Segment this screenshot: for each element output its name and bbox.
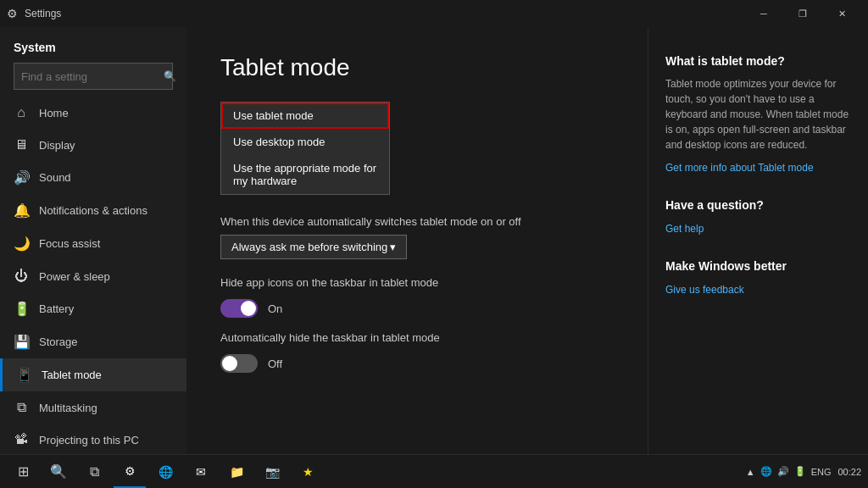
volume-icon: 🔊 [777, 466, 789, 477]
sidebar-item-focus[interactable]: 🌙 Focus assist [0, 227, 186, 260]
feedback-link[interactable]: Give us feedback [665, 284, 744, 296]
sidebar-item-label: Notifications & actions [39, 204, 147, 217]
taskbar-right: ▲ 🌐 🔊 🔋 ENG 00:22 [746, 466, 861, 477]
task-view-button[interactable]: ⧉ [78, 456, 110, 488]
network-icon: 🌐 [760, 466, 772, 477]
auto-hide-state: Off [268, 358, 282, 370]
better-title: Make Windows better [665, 259, 851, 273]
right-panel: What is tablet mode? Tablet mode optimiz… [648, 27, 868, 454]
sidebar-item-label: Power & sleep [39, 270, 110, 283]
hide-icons-section: Hide app icons on the taskbar in tablet … [220, 276, 614, 318]
taskbar-left: ⊞ 🔍 ⧉ ⚙ 🌐 ✉ 📁 📷 ★ [7, 456, 324, 488]
sidebar-items: ⌂ Home 🖥 Display 🔊 Sound 🔔 Notifications… [0, 97, 186, 454]
notifications-icon: 🔔 [14, 202, 29, 219]
taskbar-app-explorer[interactable]: 📁 [220, 456, 253, 488]
titlebar-controls: ─ ❐ ✕ [744, 0, 861, 27]
sidebar-item-notifications[interactable]: 🔔 Notifications & actions [0, 194, 186, 227]
hide-icons-label: Hide app icons on the taskbar in tablet … [220, 276, 614, 289]
page-title: Tablet mode [220, 54, 614, 81]
hide-icons-state: On [268, 302, 282, 315]
have-question-section: Have a question? Get help [665, 198, 851, 236]
auto-hide-toggle[interactable] [220, 354, 258, 373]
sidebar: System 🔍 ⌂ Home 🖥 Display 🔊 Sound [0, 27, 186, 454]
what-link[interactable]: Get more info about Tablet mode [665, 162, 814, 174]
auto-switch-value: Always ask me before switching [231, 241, 387, 253]
projecting-icon: 📽 [14, 432, 29, 447]
settings-icon: ⚙ [7, 7, 18, 20]
search-button[interactable]: 🔍 [42, 456, 75, 488]
sidebar-item-home[interactable]: ⌂ Home [0, 97, 186, 129]
option-use-desktop-mode[interactable]: Use desktop mode [221, 129, 389, 155]
sidebar-header: System 🔍 [0, 27, 186, 97]
auto-switch-dropdown[interactable]: Always ask me before switching ▾ [220, 235, 407, 259]
taskbar: ⊞ 🔍 ⧉ ⚙ 🌐 ✉ 📁 📷 ★ ▲ 🌐 🔊 🔋 ENG 00:22 [0, 454, 868, 488]
sidebar-item-projecting[interactable]: 📽 Projecting to this PC [0, 424, 186, 454]
sidebar-item-label: Sound [39, 171, 71, 184]
taskbar-app-edge[interactable]: 🌐 [149, 456, 181, 488]
maximize-button[interactable]: ❐ [783, 0, 822, 27]
option-use-tablet-mode[interactable]: Use tablet mode [221, 103, 389, 129]
search-input[interactable] [21, 70, 164, 83]
auto-hide-toggle-row: Off [220, 354, 614, 373]
sidebar-item-display[interactable]: 🖥 Display [0, 129, 186, 161]
taskbar-app-mail[interactable]: ✉ [185, 456, 217, 488]
sidebar-item-power[interactable]: ⏻ Power & sleep [0, 260, 186, 292]
titlebar: ⚙ Settings ─ ❐ ✕ [0, 0, 868, 27]
sidebar-item-storage[interactable]: 💾 Storage [0, 325, 186, 358]
taskbar-system-icons: ▲ 🌐 🔊 🔋 ENG [746, 466, 832, 477]
what-title: What is tablet mode? [665, 54, 851, 68]
search-icon: 🔍 [164, 70, 176, 82]
sidebar-item-label: Display [39, 139, 75, 152]
what-is-tablet-section: What is tablet mode? Tablet mode optimiz… [665, 54, 851, 175]
titlebar-title: Settings [25, 8, 61, 19]
chevron-down-icon: ▾ [390, 241, 396, 253]
question-title: Have a question? [665, 198, 851, 212]
toggle-knob [241, 301, 256, 316]
taskbar-time: 00:22 [837, 467, 861, 477]
focus-icon: 🌙 [14, 236, 29, 252]
sidebar-item-sound[interactable]: 🔊 Sound [0, 161, 186, 194]
hide-icons-toggle-row: On [220, 299, 614, 318]
start-button[interactable]: ⊞ [7, 456, 39, 488]
sidebar-item-label: Storage [39, 336, 78, 348]
sidebar-item-tablet[interactable]: 📱 Tablet mode [0, 358, 186, 391]
power-icon: ⏻ [14, 269, 29, 284]
what-desc: Tablet mode optimizes your device for to… [665, 76, 851, 152]
make-windows-better-section: Make Windows better Give us feedback [665, 259, 851, 297]
taskbar-app-photos[interactable]: 📷 [256, 456, 288, 488]
close-button[interactable]: ✕ [822, 0, 861, 27]
tablet-mode-dropdown-area: Use tablet mode Use desktop mode Use the… [220, 102, 614, 195]
battery-icon: 🔋 [14, 301, 29, 317]
chevron-up-icon[interactable]: ▲ [746, 467, 755, 477]
taskbar-app-store[interactable]: ★ [292, 456, 324, 488]
storage-icon: 💾 [14, 334, 29, 350]
multitasking-icon: ⧉ [14, 400, 29, 415]
option-use-appropriate-mode[interactable]: Use the appropriate mode for my hardware [221, 155, 389, 194]
auto-hide-section: Automatically hide the taskbar in tablet… [220, 331, 614, 373]
get-help-link[interactable]: Get help [665, 223, 704, 235]
sidebar-item-battery[interactable]: 🔋 Battery [0, 292, 186, 325]
content-area: Tablet mode Use tablet mode Use desktop … [186, 27, 648, 454]
sidebar-item-label: Battery [39, 302, 74, 315]
lang-indicator: ENG [811, 467, 832, 477]
sidebar-item-label: Multitasking [39, 402, 97, 414]
sidebar-item-label: Home [39, 107, 69, 119]
hide-icons-toggle[interactable] [220, 299, 258, 318]
display-icon: 🖥 [14, 137, 29, 152]
sidebar-item-label: Tablet mode [42, 369, 102, 381]
main-container: System 🔍 ⌂ Home 🖥 Display 🔊 Sound [0, 27, 868, 454]
auto-switch-label: When this device automatically switches … [220, 215, 614, 228]
sidebar-section-title: System [14, 41, 173, 54]
tablet-icon: 📱 [16, 367, 31, 383]
titlebar-left: ⚙ Settings [7, 7, 61, 20]
time-value: 00:22 [837, 467, 861, 477]
tablet-mode-options-popup[interactable]: Use tablet mode Use desktop mode Use the… [220, 102, 390, 195]
auto-hide-label: Automatically hide the taskbar in tablet… [220, 331, 614, 344]
sound-icon: 🔊 [14, 169, 29, 186]
home-icon: ⌂ [14, 105, 29, 120]
minimize-button[interactable]: ─ [744, 0, 783, 27]
sidebar-item-multitasking[interactable]: ⧉ Multitasking [0, 391, 186, 424]
sidebar-item-label: Focus assist [39, 237, 100, 250]
sidebar-search-box[interactable]: 🔍 [14, 63, 173, 90]
taskbar-app-settings[interactable]: ⚙ [114, 456, 146, 488]
